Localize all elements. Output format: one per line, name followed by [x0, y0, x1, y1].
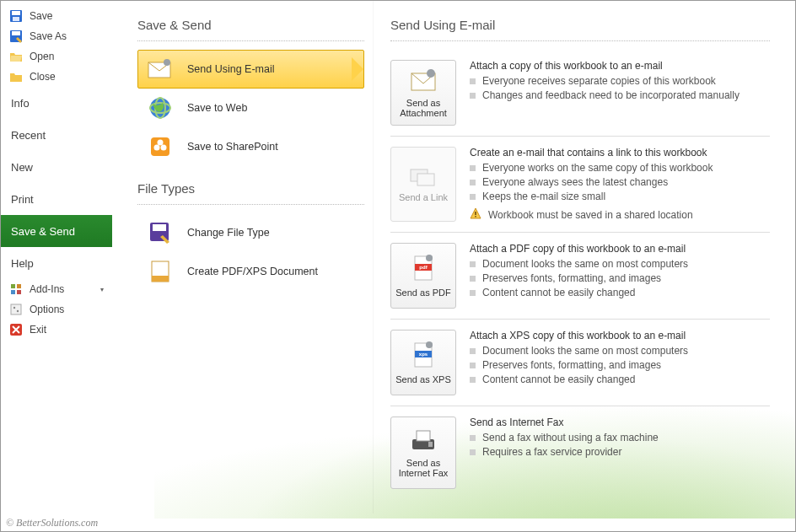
bullet-icon [470, 435, 476, 441]
sidebar-info-label: Info [11, 97, 30, 110]
fax-b2: Requires a fax service provider [482, 446, 621, 458]
svg-text:pdf: pdf [419, 265, 428, 270]
svg-rect-41 [417, 431, 430, 441]
fax-heading: Send as Internet Fax [470, 416, 770, 428]
sidebar-save[interactable]: Save [1, 6, 112, 26]
sidebar-close[interactable]: Close [1, 67, 112, 87]
svg-rect-8 [17, 290, 21, 294]
svg-rect-2 [13, 17, 19, 21]
svg-point-27 [427, 69, 435, 78]
link-warn: Workbook must be saved in a shared locat… [488, 209, 693, 221]
svg-rect-1 [12, 11, 20, 15]
svg-point-20 [161, 145, 167, 151]
pdf-b1: Document looks the same on most computer… [482, 258, 688, 270]
svg-point-21 [158, 140, 164, 146]
option-send-xps: xps Send as XPS Attach a XPS copy of thi… [390, 320, 770, 406]
pdf-b3: Content cannot be easily changed [482, 287, 635, 298]
category-send-email[interactable]: Send Using E-mail [137, 50, 364, 89]
sidebar-open-label: Open [30, 51, 54, 62]
category-save-sp-label: Save to SharePoint [187, 141, 278, 153]
footer-credit: © BetterSolutions.com [6, 517, 98, 529]
sidebar-save-label: Save [30, 10, 52, 22]
save-disk-icon [9, 9, 23, 23]
attach-b2: Changes and feedback need to be incorpor… [482, 89, 740, 101]
svg-rect-25 [152, 276, 169, 282]
save-as-icon [9, 30, 23, 43]
pdf-heading: Attach a PDF copy of this workbook to an… [470, 243, 770, 255]
bullet-icon [470, 363, 476, 368]
folder-close-icon [9, 70, 23, 83]
svg-point-35 [426, 255, 433, 261]
send-attachment-label: Send as Attachment [395, 98, 452, 118]
attach-b1: Everyone receives separate copies of thi… [482, 75, 716, 87]
bullet-icon [470, 290, 476, 296]
link-mail-icon [409, 167, 438, 189]
svg-point-14 [164, 59, 170, 66]
send-xps-label: Send as XPS [395, 374, 450, 384]
sidebar-print-label: Print [11, 193, 34, 206]
option-send-pdf: pdf Send as PDF Attach a PDF copy of thi… [390, 233, 770, 319]
link-b1: Everyone works on the same copy of this … [482, 162, 713, 174]
pdf-b2: Preserves fonts, formatting, and images [482, 272, 661, 284]
bullet-icon [470, 180, 476, 185]
send-link-label: Send a Link [399, 192, 448, 202]
sidebar-new-label: New [11, 161, 33, 174]
sidebar-recent[interactable]: Recent [1, 119, 112, 151]
bullet-icon [470, 165, 476, 171]
link-heading: Create an e-mail that contains a link to… [470, 147, 770, 159]
sidebar-options-label: Options [30, 304, 64, 315]
sidebar-help[interactable]: Help [1, 247, 112, 279]
xps-b3: Content cannot be easily changed [482, 373, 635, 385]
option-send-attachment: Send as Attachment Attach a copy of this… [390, 50, 770, 136]
sidebar-save-send[interactable]: Save & Send [1, 215, 112, 247]
send-email-panel: Send Using E-mail Send as Attachment Att… [374, 1, 795, 513]
sidebar-open[interactable]: Open [1, 46, 112, 67]
category-save-sharepoint[interactable]: Save to SharePoint [137, 127, 364, 166]
category-save-web-label: Save to Web [187, 102, 247, 114]
sidebar-save-as[interactable]: Save As [1, 26, 112, 46]
category-change-filetype[interactable]: Change File Type [137, 213, 364, 252]
sidebar-addins-label: Add-Ins [30, 283, 64, 295]
sidebar-exit-label: Exit [30, 324, 46, 336]
send-fax-label: Send as Internet Fax [395, 458, 452, 478]
xps-b1: Document looks the same on most computer… [482, 345, 688, 357]
send-xps-button[interactable]: xps Send as XPS [390, 330, 456, 395]
options-icon [9, 303, 23, 316]
sidebar-info[interactable]: Info [1, 87, 112, 119]
sidebar-new[interactable]: New [1, 151, 112, 183]
folder-open-icon [9, 50, 23, 63]
send-pdf-label: Send as PDF [395, 287, 450, 298]
save-send-categories: Save & Send Send Using E-mail Save to We… [112, 1, 374, 513]
xps-b2: Preserves fonts, formatting, and images [482, 359, 661, 371]
sidebar-exit[interactable]: Exit [1, 320, 112, 340]
svg-rect-9 [11, 304, 21, 314]
link-b3: Keeps the e-mail size small [482, 191, 605, 202]
attach-heading: Attach a copy of this workbook to an e-m… [470, 60, 770, 72]
option-send-link: Send a Link Create an e-mail that contai… [390, 137, 770, 232]
sidebar-options[interactable]: Options [1, 299, 112, 320]
addins-icon [9, 282, 23, 296]
sidebar-print[interactable]: Print [1, 183, 112, 215]
globe-icon [147, 94, 174, 121]
sidebar-save-as-label: Save As [30, 30, 67, 42]
svg-rect-6 [17, 284, 21, 288]
category-send-email-label: Send Using E-mail [187, 63, 275, 75]
sidebar-addins[interactable]: Add-Ins ▾ [1, 279, 112, 299]
xps-icon: xps [411, 341, 436, 371]
bullet-icon [470, 377, 476, 383]
sidebar-close-label: Close [30, 71, 56, 83]
svg-rect-23 [153, 224, 166, 231]
bullet-icon [470, 194, 476, 200]
svg-rect-29 [417, 174, 434, 185]
category-create-pdf-xps[interactable]: Create PDF/XPS Document [137, 252, 364, 291]
bullet-icon [470, 449, 476, 455]
category-save-web[interactable]: Save to Web [137, 89, 364, 127]
pdf-icon: pdf [411, 254, 436, 284]
svg-rect-7 [11, 290, 15, 294]
send-pdf-button[interactable]: pdf Send as PDF [390, 243, 456, 309]
send-fax-button[interactable]: Send as Internet Fax [390, 416, 456, 489]
pdf-xps-icon [147, 258, 174, 285]
svg-text:xps: xps [419, 352, 428, 357]
send-attachment-button[interactable]: Send as Attachment [390, 60, 456, 126]
svg-rect-31 [475, 216, 476, 217]
